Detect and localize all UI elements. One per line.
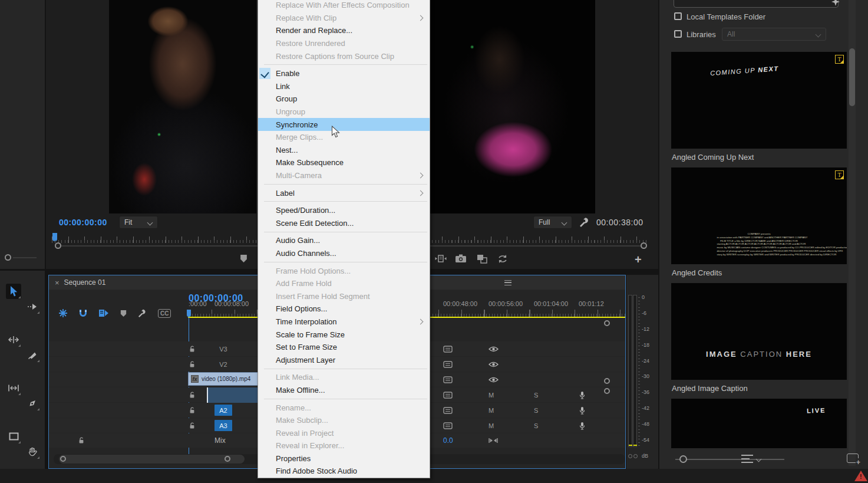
template-label[interactable]: Angled Coming Up Next xyxy=(672,153,754,162)
context-menu-item[interactable]: Enable xyxy=(258,67,430,80)
lock-icon[interactable] xyxy=(189,346,196,353)
template-thumbnail-coming-up-next[interactable]: COMING UP NEXT T xyxy=(671,52,847,149)
video-clip[interactable]: fx video (1080p).mp4 xyxy=(188,372,259,386)
context-menu-item[interactable]: Adjustment Layer xyxy=(258,353,430,366)
context-menu-item[interactable]: Find Adobe Stock Audio xyxy=(258,465,430,478)
context-menu-item[interactable]: Make Offline... xyxy=(258,384,430,397)
vertical-scroll-knob[interactable] xyxy=(604,320,610,326)
track-badge[interactable]: A2 xyxy=(214,405,232,416)
mix-volume-value[interactable]: 0.0 xyxy=(443,436,453,445)
settings-wrench-icon[interactable] xyxy=(579,216,590,228)
close-tab-icon[interactable]: × xyxy=(55,278,60,287)
mute-button[interactable]: M xyxy=(489,392,494,399)
scrollbar-thumb[interactable] xyxy=(59,455,245,464)
mic-icon[interactable] xyxy=(579,422,586,430)
razor-tool[interactable] xyxy=(25,347,40,363)
context-menu-item[interactable]: Label xyxy=(258,186,430,199)
source-video-frame[interactable] xyxy=(109,0,256,213)
lock-icon[interactable] xyxy=(189,361,196,368)
context-menu-item[interactable]: Render and Replace... xyxy=(258,24,430,37)
lock-icon[interactable] xyxy=(189,392,196,399)
button-editor-plus-icon[interactable]: + xyxy=(635,254,642,265)
context-menu-item[interactable]: Scale to Frame Size xyxy=(258,328,430,341)
eye-icon[interactable] xyxy=(489,377,499,383)
ripple-edit-tool[interactable] xyxy=(6,332,21,347)
lock-icon[interactable] xyxy=(78,437,85,444)
context-menu-item[interactable]: Synchronize xyxy=(258,118,430,131)
solo-button[interactable]: S xyxy=(534,422,538,429)
panel-menu-icon[interactable] xyxy=(504,280,511,285)
solo-button[interactable]: S xyxy=(534,407,538,414)
source-patch-icon[interactable] xyxy=(443,422,453,429)
eye-icon[interactable] xyxy=(489,346,499,352)
context-menu-item[interactable]: Link xyxy=(258,80,430,93)
track-select-forward-tool[interactable] xyxy=(25,299,40,314)
track-badge[interactable]: A3 xyxy=(214,420,232,431)
timeline-add-marker-icon[interactable] xyxy=(120,310,127,317)
panel-zoom-track[interactable] xyxy=(13,257,37,258)
thumbnail-size-knob[interactable] xyxy=(679,455,687,463)
sort-list-icon[interactable] xyxy=(741,455,753,463)
captions-cc-icon[interactable]: CC xyxy=(158,309,171,318)
audio-clip[interactable]: fx xyxy=(207,387,259,403)
star-filter-icon[interactable] xyxy=(831,0,840,6)
local-templates-checkbox[interactable] xyxy=(674,12,682,20)
add-marker-icon[interactable] xyxy=(239,254,248,263)
mic-icon[interactable] xyxy=(579,406,586,415)
context-menu-item[interactable]: Field Options... xyxy=(258,303,430,316)
context-menu-item[interactable]: Audio Channels... xyxy=(258,247,430,260)
slip-tool[interactable] xyxy=(6,380,21,396)
solo-button[interactable]: S xyxy=(534,392,538,399)
scrollbar-right-handle[interactable] xyxy=(225,456,230,462)
timeline-settings-wrench-icon[interactable] xyxy=(138,308,147,318)
context-menu-item[interactable]: Audio Gain... xyxy=(258,234,430,247)
template-label[interactable]: Angled Credits xyxy=(672,268,722,277)
rectangle-tool[interactable] xyxy=(6,429,21,444)
lock-icon[interactable] xyxy=(189,422,196,429)
selection-tool[interactable] xyxy=(6,284,21,299)
mute-button[interactable]: M xyxy=(489,407,494,414)
linked-selection-icon[interactable] xyxy=(98,308,109,318)
template-thumbnail-credits[interactable]: COMPANY presentsin association with PART… xyxy=(671,167,847,264)
eye-icon[interactable] xyxy=(489,362,499,367)
timeline-tab-label[interactable]: Sequence 01 xyxy=(64,278,106,287)
snap-magnet-icon[interactable] xyxy=(78,308,88,318)
nest-sequences-icon[interactable] xyxy=(58,308,68,318)
keyframe-nav-icon[interactable] xyxy=(489,438,498,443)
vertical-scroll-knob[interactable] xyxy=(604,378,610,384)
program-video-frame[interactable] xyxy=(424,0,595,213)
context-menu-item[interactable]: Properties xyxy=(258,452,430,465)
mute-button[interactable]: M xyxy=(489,422,494,429)
vertical-scroll-knob[interactable] xyxy=(604,388,610,394)
meter-knob[interactable] xyxy=(628,454,632,458)
program-zoom-dropdown[interactable]: Full xyxy=(533,216,572,229)
swap-view-icon[interactable] xyxy=(497,254,509,264)
track-badge[interactable]: V2 xyxy=(214,359,232,370)
context-menu-item[interactable]: Set to Frame Size xyxy=(258,341,430,354)
meter-knob[interactable] xyxy=(633,454,638,458)
libraries-checkbox[interactable] xyxy=(674,30,682,38)
track-badge[interactable]: V3 xyxy=(214,343,232,354)
source-patch-icon[interactable] xyxy=(443,376,453,383)
context-menu-item[interactable]: Make Subsequence xyxy=(258,156,430,169)
libraries-dropdown[interactable]: All xyxy=(722,28,826,41)
context-menu-item[interactable]: Nest... xyxy=(258,144,430,157)
mic-icon[interactable] xyxy=(579,391,586,399)
template-label[interactable]: Angled Image Caption xyxy=(672,384,748,393)
timeline-playhead-head[interactable] xyxy=(187,310,191,317)
eg-scrollbar-thumb[interactable] xyxy=(849,48,855,106)
template-thumbnail-live[interactable]: LIVE xyxy=(671,399,847,448)
program-scrollbar-knob[interactable] xyxy=(641,242,647,249)
template-thumbnail-image-caption[interactable]: IMAGE CAPTION HERE xyxy=(671,283,847,380)
panel-zoom-knob[interactable] xyxy=(5,254,11,261)
context-menu-item[interactable]: Speed/Duration... xyxy=(258,204,430,217)
warning-icon[interactable] xyxy=(854,471,867,481)
scrollbar-left-handle[interactable] xyxy=(60,456,66,462)
context-menu-item[interactable]: Group xyxy=(258,93,430,106)
source-patch-icon[interactable] xyxy=(443,346,453,353)
context-menu-item[interactable]: Time Interpolation xyxy=(258,316,430,328)
comparison-view-icon[interactable] xyxy=(434,254,447,264)
lock-icon[interactable] xyxy=(189,407,196,414)
insert-clips-icon[interactable] xyxy=(476,254,488,264)
export-frame-camera-icon[interactable] xyxy=(455,254,467,263)
